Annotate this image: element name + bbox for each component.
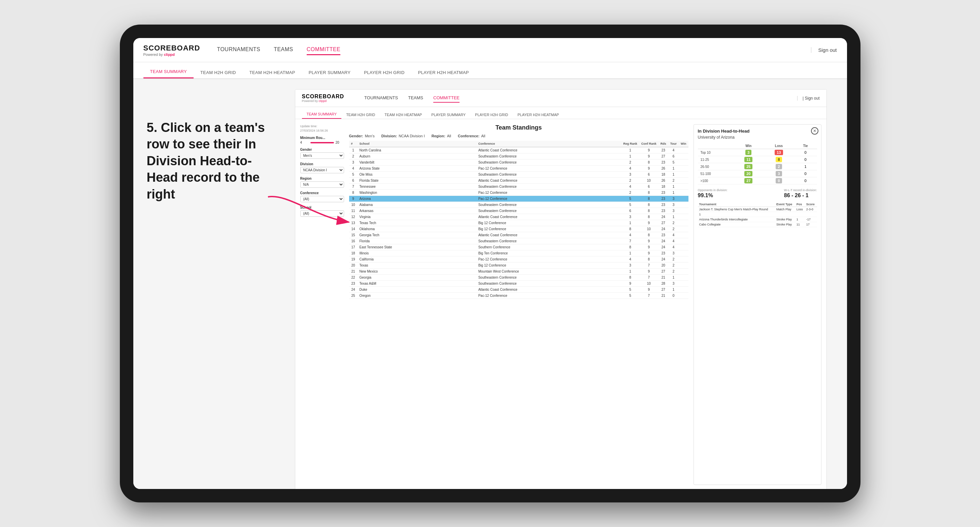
table-row[interactable]: 23 Texas A&M Southeastern Conference 9 1… — [349, 281, 689, 287]
subnav-team-summary[interactable]: TEAM SUMMARY — [143, 66, 194, 78]
gender-select[interactable]: Men's — [300, 152, 344, 159]
sb-subnav-team-summary[interactable]: TEAM SUMMARY — [302, 110, 342, 119]
cell-conference: Southeastern Conference — [476, 171, 622, 178]
tablet-frame: SCOREBOARD Powered by clippd TOURNAMENTS… — [120, 25, 861, 502]
logo-text: SCOREBOARD — [143, 44, 200, 52]
h2h-panel: In Division Head-to-Head University of A… — [694, 124, 821, 485]
h2h-row-top10: Top 10 3 13 0 — [698, 149, 817, 156]
nav-teams[interactable]: TEAMS — [274, 45, 293, 55]
sb-content-inner: Update time:27/03/2024 16:56:26 Minimum … — [295, 119, 826, 489]
th-rds: Rds — [659, 141, 668, 147]
cell-school: Auburn — [358, 154, 476, 160]
update-time: Update time:27/03/2024 16:56:26 — [300, 124, 344, 133]
cell-reg-rank: 4 — [621, 256, 639, 262]
sb-subnav-team-h2h-grid[interactable]: TEAM H2H GRID — [341, 111, 380, 119]
table-row[interactable]: 18 Illinois Big Ten Conference 1 9 23 3 — [349, 250, 689, 256]
sb-sign-out[interactable]: | Sign out — [797, 96, 819, 101]
cell-num: 6 — [349, 178, 358, 184]
tf-region: Region: All — [431, 134, 451, 138]
sb-subnav-player-h2h-grid[interactable]: PLAYER H2H GRID — [470, 111, 513, 119]
h2h-close-button[interactable]: ✕ — [811, 127, 818, 135]
th-school: School — [358, 141, 476, 147]
table-row[interactable]: 17 East Tennessee State Southern Confere… — [349, 244, 689, 250]
cell-num: 17 — [349, 244, 358, 250]
min-rounds-row: 4 20 — [300, 141, 344, 144]
table-row[interactable]: 25 Oregon Pac-12 Conference 5 7 21 0 — [349, 293, 689, 299]
tournament-row: Cabo Collegiate Stroke Play 11 17 — [698, 222, 817, 227]
table-row[interactable]: 7 Tennessee Southeastern Conference 4 6 … — [349, 184, 689, 190]
table-row[interactable]: 16 Florida Southeastern Conference 7 9 2… — [349, 238, 689, 244]
table-row[interactable]: 9 Arizona Pac-12 Conference 5 8 23 3 — [349, 196, 689, 202]
sign-out-button[interactable]: Sign out — [811, 47, 837, 53]
logo-brand: clippd — [164, 52, 175, 57]
scoreboard-panel: SCOREBOARD Powered by clippd TOURNAMENTS… — [295, 89, 827, 489]
division-select[interactable]: NCAA Division I — [300, 167, 344, 173]
table-row[interactable]: 2 Auburn Southeastern Conference 1 9 27 … — [349, 154, 689, 160]
table-row[interactable]: 12 Virginia Atlantic Coast Conference 3 … — [349, 214, 689, 220]
subnav-team-h2h-heatmap[interactable]: TEAM H2H HEATMAP — [243, 67, 302, 78]
nav-committee[interactable]: COMMITTEE — [307, 45, 341, 55]
table-row[interactable]: 14 Oklahoma Big 12 Conference 8 10 24 2 — [349, 226, 689, 232]
cell-school: Florida State — [358, 178, 476, 184]
table-row[interactable]: 20 Texas Big 12 Conference 3 7 20 2 — [349, 262, 689, 268]
cell-win — [679, 165, 688, 171]
sb-nav-teams[interactable]: TEAMS — [408, 94, 423, 103]
school-select[interactable]: (All) — [300, 210, 344, 217]
h2h-row-1125: 11-25 11 8 0 — [698, 156, 817, 163]
subnav-player-h2h-grid[interactable]: PLAYER H2H GRID — [357, 67, 411, 78]
sb-logo-sub: Powered by clippd — [302, 99, 355, 103]
table-row[interactable]: 11 Arkansas Southeastern Conference 6 8 … — [349, 208, 689, 214]
range-slider[interactable] — [310, 142, 334, 143]
subnav-player-h2h-heatmap[interactable]: PLAYER H2H HEATMAP — [411, 67, 476, 78]
table-row[interactable]: 1 North Carolina Atlantic Coast Conferen… — [349, 147, 689, 154]
h2h-tie-51100: 0 — [794, 170, 817, 177]
conference-select[interactable]: (All) — [300, 196, 344, 202]
cell-conf-rank: 9 — [639, 268, 659, 275]
sb-subnav-team-h2h-heatmap[interactable]: TEAM H2H HEATMAP — [380, 111, 426, 119]
h2h-range-51100: 51-100 — [698, 170, 733, 177]
min-rounds-label: Minimum Rou... — [300, 136, 344, 140]
cell-conf-rank: 8 — [639, 160, 659, 165]
table-row[interactable]: 6 Florida State Atlantic Coast Conferenc… — [349, 178, 689, 184]
cell-reg-rank: 2 — [621, 190, 639, 196]
subnav-player-summary[interactable]: PLAYER SUMMARY — [302, 67, 357, 78]
region-select[interactable]: N/A — [300, 181, 344, 188]
cell-tour: 0 — [668, 293, 679, 299]
tournament-score: -17 — [805, 217, 817, 222]
table-row[interactable]: 15 Georgia Tech Atlantic Coast Conferenc… — [349, 232, 689, 238]
table-row[interactable]: 13 Texas Tech Big 12 Conference 1 9 27 2 — [349, 220, 689, 226]
th-tournament: Tournament — [698, 202, 775, 207]
table-row[interactable]: 21 New Mexico Mountain West Conference 1… — [349, 268, 689, 275]
h2h-win-51100: 20 — [733, 170, 764, 177]
subnav-team-h2h-grid[interactable]: TEAM H2H GRID — [194, 67, 243, 78]
sb-subnav-player-summary[interactable]: PLAYER SUMMARY — [426, 111, 470, 119]
sb-nav-committee[interactable]: COMMITTEE — [433, 94, 460, 103]
th-num: # — [349, 141, 358, 147]
cell-tour: 3 — [668, 196, 679, 202]
cell-conf-rank: 8 — [639, 190, 659, 196]
cell-conference: Southeastern Conference — [476, 160, 622, 165]
table-row[interactable]: 4 Arizona State Pac-12 Conference 4 9 26… — [349, 165, 689, 171]
cell-win — [679, 281, 688, 287]
table-row[interactable]: 10 Alabama Southeastern Conference 5 8 2… — [349, 202, 689, 208]
annotation-text: 5. Click on a team's row to see their In… — [147, 119, 275, 203]
table-row[interactable]: 22 Georgia Southeastern Conference 8 7 2… — [349, 275, 689, 281]
cell-school: California — [358, 256, 476, 262]
table-row[interactable]: 24 Duke Atlantic Coast Conference 5 9 27… — [349, 287, 689, 293]
cell-rds: 18 — [659, 171, 668, 178]
sb-subnav-player-h2h-heatmap[interactable]: PLAYER H2H HEATMAP — [513, 111, 563, 119]
h2h-win-2650: 25 — [733, 163, 764, 170]
table-row[interactable]: 3 Vanderbilt Southeastern Conference 2 8… — [349, 160, 689, 165]
cell-school: Georgia — [358, 275, 476, 281]
cell-reg-rank: 5 — [621, 287, 639, 293]
nav-tournaments[interactable]: TOURNAMENTS — [217, 45, 260, 55]
table-row[interactable]: 19 California Pac-12 Conference 4 8 24 2 — [349, 256, 689, 262]
table-row[interactable]: 8 Washington Pac-12 Conference 2 8 23 1 — [349, 190, 689, 196]
table-row[interactable]: 5 Ole Miss Southeastern Conference 3 6 1… — [349, 171, 689, 178]
tf-division-label: Division: — [382, 134, 397, 138]
cell-tour: 2 — [668, 220, 679, 226]
table-title: Team Standings — [349, 124, 689, 131]
sb-nav-tournaments[interactable]: TOURNAMENTS — [364, 94, 398, 103]
h2h-th-win: Win — [733, 143, 764, 149]
cell-rds: 26 — [659, 178, 668, 184]
